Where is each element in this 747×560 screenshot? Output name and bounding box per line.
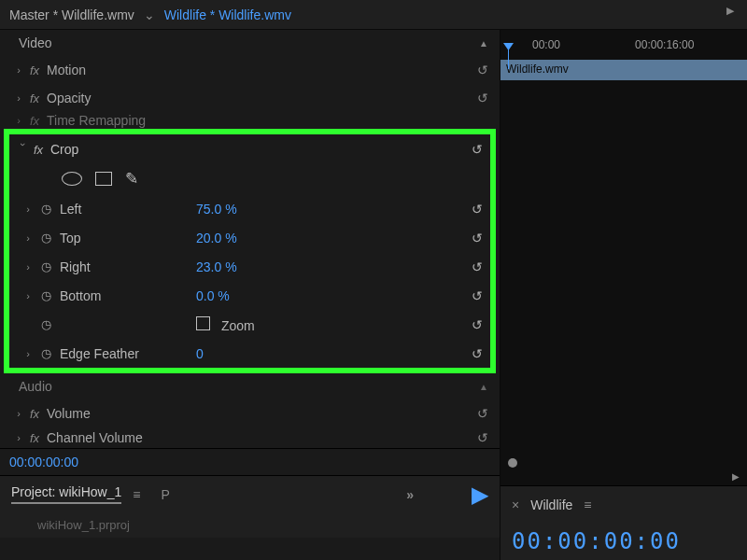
project-panel-tabs: Project: wikiHow_1 ≡ P » ▶: [0, 475, 500, 512]
reset-icon[interactable]: ↺: [470, 430, 488, 445]
audio-section-header[interactable]: Audio ▲: [0, 373, 500, 399]
param-label: Bottom: [56, 288, 196, 303]
param-label: Edge Feather: [56, 346, 196, 361]
effect-controls-panel: Video ▲ › fx Motion ↺ › fx Opacity ↺ › f…: [0, 30, 500, 560]
param-label: Left: [56, 202, 196, 217]
ellipse-mask-icon[interactable]: [62, 172, 82, 186]
effect-opacity[interactable]: › fx Opacity ↺: [0, 84, 500, 112]
param-value[interactable]: 20.0 %: [196, 231, 464, 245]
zoom-checkbox[interactable]: [196, 316, 210, 330]
stopwatch-icon[interactable]: ◷: [35, 346, 56, 360]
close-icon[interactable]: ×: [512, 497, 519, 512]
param-edge-feather: › ◷ Edge Feather 0 ↺: [9, 339, 490, 368]
param-left: › ◷ Left 75.0 % ↺: [9, 194, 490, 223]
param-label: Top: [56, 231, 196, 245]
chevron-right-icon[interactable]: ›: [11, 92, 26, 104]
param-label: Right: [56, 259, 196, 274]
fx-badge-icon: fx: [26, 114, 47, 128]
rectangle-mask-icon[interactable]: [95, 172, 112, 186]
chevron-down-icon[interactable]: ⌄: [144, 7, 155, 22]
fx-badge-icon: fx: [26, 63, 47, 77]
chevron-right-icon[interactable]: ›: [17, 232, 35, 244]
collapse-up-icon[interactable]: ▲: [479, 382, 488, 392]
effect-label: Channel Volume: [47, 430, 470, 445]
chevron-right-icon[interactable]: ›: [17, 203, 35, 215]
reset-icon[interactable]: ↺: [470, 63, 488, 77]
stopwatch-icon[interactable]: ◷: [35, 288, 56, 302]
stopwatch-icon[interactable]: ◷: [35, 231, 56, 245]
panel-menu-icon[interactable]: ≡: [133, 487, 140, 502]
chevron-right-icon[interactable]: ›: [11, 432, 26, 443]
reset-icon[interactable]: ↺: [470, 406, 488, 421]
param-value[interactable]: 23.0 %: [196, 259, 464, 274]
zoom-label: Zoom: [221, 318, 255, 333]
effect-channel-volume[interactable]: › fx Channel Volume ↺: [0, 427, 500, 448]
crop-effect-highlighted: › fx Crop ↺ ✎ › ◷ Left 75.0 % ↺: [4, 129, 496, 373]
effect-label: Crop: [50, 142, 464, 157]
stopwatch-icon[interactable]: ◷: [35, 317, 56, 331]
mask-shape-row: ✎: [9, 164, 490, 194]
panel-menu-icon[interactable]: ≡: [584, 497, 591, 512]
param-value[interactable]: 75.0 %: [196, 202, 464, 217]
project-file-label[interactable]: wikiHow_1.prproj: [0, 512, 500, 538]
param-value[interactable]: 0: [196, 346, 464, 361]
reset-icon[interactable]: ↺: [464, 259, 483, 274]
chevron-right-icon[interactable]: ›: [11, 64, 26, 76]
header-bar: Master * Wildlife.wmv ⌄ Wildlife * Wildl…: [0, 0, 747, 30]
truncated-tab[interactable]: P: [161, 487, 169, 502]
ruler-tick-end: 00:00:16:00: [635, 38, 694, 51]
chevron-right-icon[interactable]: ›: [17, 290, 35, 301]
effect-label: Volume: [47, 406, 470, 421]
master-clip-label[interactable]: Master * Wildlife.wmv: [9, 7, 134, 22]
param-top: › ◷ Top 20.0 % ↺: [9, 223, 490, 252]
video-section-label: Video: [19, 35, 52, 50]
effect-motion[interactable]: › fx Motion ↺: [0, 56, 500, 84]
fx-badge-icon: fx: [26, 407, 47, 421]
sequence-timecode[interactable]: 00:00:00:00: [500, 523, 747, 560]
effect-label: Opacity: [47, 91, 470, 105]
playhead-cursor-icon[interactable]: ▶: [472, 482, 488, 508]
timeline-clip[interactable]: Wildlife.wmv: [500, 60, 747, 80]
effect-label: Time Remapping: [47, 113, 488, 128]
reset-icon[interactable]: ↺: [464, 231, 483, 245]
ruler-tick-start: 00:00: [532, 38, 560, 51]
effect-time-remapping[interactable]: › fx Time Remapping: [0, 112, 500, 129]
param-right: › ◷ Right 23.0 % ↺: [9, 252, 490, 281]
overflow-menu-icon[interactable]: »: [406, 487, 414, 502]
pen-mask-icon[interactable]: ✎: [125, 169, 138, 189]
collapse-up-icon[interactable]: ▲: [479, 38, 488, 49]
reset-icon[interactable]: ↺: [464, 346, 483, 361]
zoom-control: Zoom: [196, 316, 464, 333]
chevron-right-icon[interactable]: ›: [17, 261, 35, 273]
reset-icon[interactable]: ↺: [464, 288, 483, 303]
effect-volume[interactable]: › fx Volume ↺: [0, 399, 500, 427]
timeline-ruler[interactable]: 00:00 00:00:16:00: [500, 30, 747, 60]
audio-section-label: Audio: [19, 379, 52, 394]
param-zoom: ◷ Zoom ↺: [9, 310, 490, 339]
reset-icon[interactable]: ↺: [464, 317, 483, 332]
project-tab[interactable]: Project: wikiHow_1: [11, 484, 121, 504]
param-value[interactable]: 0.0 %: [196, 288, 464, 303]
reset-icon[interactable]: ↺: [464, 202, 483, 217]
reset-icon[interactable]: ↺: [464, 142, 483, 157]
active-clip-label[interactable]: Wildlife * Wildlife.wmv: [164, 7, 291, 22]
fx-badge-icon: fx: [30, 143, 50, 157]
chevron-right-icon[interactable]: ›: [11, 408, 26, 419]
stopwatch-icon[interactable]: ◷: [35, 259, 56, 273]
effect-crop-header[interactable]: › fx Crop ↺: [9, 134, 490, 164]
zoom-scrubber-handle[interactable]: [508, 458, 517, 468]
stopwatch-icon[interactable]: ◷: [35, 202, 56, 216]
video-section-header[interactable]: Video ▲: [0, 30, 500, 56]
source-timecode[interactable]: 00:00:00:00: [0, 448, 500, 475]
sequence-panel-tabs: × Wildlife ≡: [500, 485, 747, 523]
effect-label: Motion: [47, 63, 470, 77]
timeline-panel: 00:00 00:00:16:00 Wildlife.wmv ▶ × Wildl…: [500, 30, 747, 560]
chevron-right-icon[interactable]: ›: [11, 115, 26, 126]
play-icon[interactable]: ▶: [726, 5, 734, 17]
reset-icon[interactable]: ↺: [470, 91, 488, 105]
forward-icon[interactable]: ▶: [500, 468, 747, 485]
sequence-tab[interactable]: Wildlife: [530, 497, 572, 512]
chevron-down-icon[interactable]: ›: [18, 143, 29, 156]
param-bottom: › ◷ Bottom 0.0 % ↺: [9, 281, 490, 310]
chevron-right-icon[interactable]: ›: [17, 348, 35, 359]
